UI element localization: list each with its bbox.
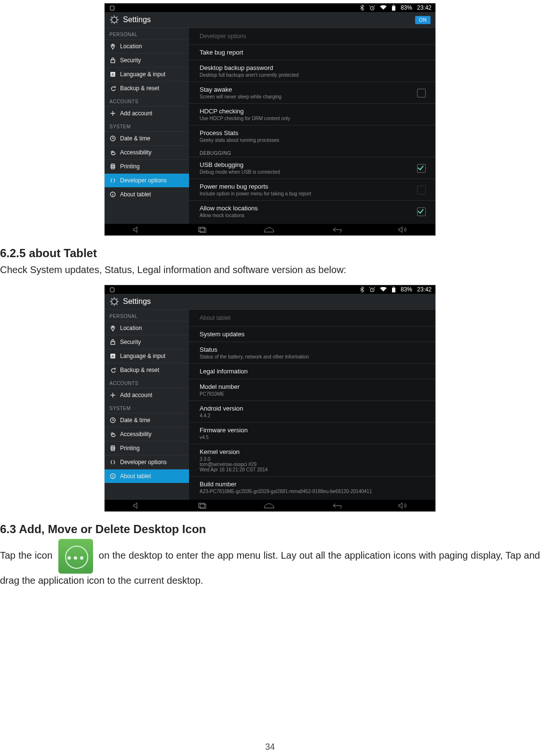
wifi-icon: [380, 287, 387, 292]
home-icon[interactable]: [263, 226, 275, 233]
sidebar-item-security[interactable]: Security: [105, 335, 189, 349]
sidebar-item-location[interactable]: Location: [105, 39, 189, 53]
row-subtitle: Desktop full backups aren't currently pr…: [200, 72, 425, 78]
row-title: Model number: [200, 383, 425, 390]
settings-row[interactable]: Kernel version3.3.0tom@serversw-osspci #…: [189, 444, 435, 476]
settings-row[interactable]: Power menu bug reportsInclude option in …: [189, 179, 435, 200]
checkbox[interactable]: [417, 164, 426, 173]
svg-rect-15: [199, 227, 204, 232]
svg-point-4: [113, 18, 116, 21]
svg-rect-13: [111, 167, 114, 169]
sidebar-item-language-input[interactable]: ALanguage & input: [105, 349, 189, 363]
sidebar-item-label: Location: [120, 325, 142, 331]
status-left-icon: ▢: [109, 286, 115, 293]
svg-point-6: [112, 45, 114, 46]
checkbox[interactable]: [417, 89, 426, 97]
sidebar-item-label: Date & time: [120, 135, 150, 142]
row-subtitle: 4.4.2: [200, 413, 425, 418]
sidebar-item-printing[interactable]: Printing: [105, 159, 189, 173]
svg-rect-24: [111, 342, 115, 344]
svg-rect-12: [111, 164, 114, 165]
title-text: Settings: [123, 297, 151, 306]
sidebar-item-label: Developer options: [120, 459, 167, 466]
bt-icon: [360, 5, 364, 11]
sidebar-item-developer-options[interactable]: Developer options: [105, 455, 189, 469]
sidebar-hdr-accounts: ACCOUNTS: [105, 377, 189, 388]
checkbox[interactable]: [417, 186, 426, 194]
sidebar-item-security[interactable]: Security: [105, 53, 189, 67]
row-title: Android version: [200, 405, 425, 412]
back-icon[interactable]: [330, 226, 343, 233]
sidebar-item-developer-options[interactable]: Developer options: [105, 173, 189, 187]
screenshot-about-tablet: ▢ 83% 23:42 Settings PERSONAL LocationSe…: [104, 285, 436, 512]
grp-debugging: DEBUGGING: [189, 147, 435, 157]
vol-down-icon[interactable]: [132, 226, 143, 233]
sidebar-item-backup-reset[interactable]: Backup & reset: [105, 81, 189, 95]
sidebar-item-language-input[interactable]: ALanguage & input: [105, 67, 189, 81]
sidebar-item-date-time[interactable]: Date & time: [105, 131, 189, 145]
settings-row[interactable]: Allow mock locationsAllow mock locations: [189, 200, 435, 222]
settings-row[interactable]: Firmware versionv4.5: [189, 422, 435, 444]
home-icon[interactable]: [263, 502, 275, 509]
sidebar-item-printing[interactable]: Printing: [105, 441, 189, 455]
back-icon[interactable]: [330, 502, 343, 509]
sidebar-item-about-tablet[interactable]: About tablet: [105, 187, 189, 201]
battery-icon: [392, 5, 396, 11]
settings-row[interactable]: Legal information: [189, 363, 435, 379]
print-icon: [109, 163, 116, 170]
settings-row[interactable]: Process StatsGeeky stats about running p…: [189, 125, 435, 147]
navbar: [105, 224, 435, 235]
settings-row[interactable]: Desktop backup passwordDesktop full back…: [189, 60, 435, 82]
on-toggle[interactable]: ON: [415, 16, 431, 24]
title-text: Settings: [123, 15, 151, 24]
settings-row[interactable]: Android version4.4.2: [189, 400, 435, 422]
backup-icon: [109, 85, 116, 92]
sidebar-item-add-account[interactable]: Add account: [105, 106, 189, 120]
sidebar-item-location[interactable]: Location: [105, 321, 189, 335]
recent-icon[interactable]: [197, 226, 208, 233]
battery-pct: 83%: [401, 4, 412, 11]
status-bar: ▢ 83% 23:42: [105, 3, 435, 12]
row-subtitle: Status of the battery, network and other…: [200, 354, 425, 359]
settings-row[interactable]: USB debuggingDebug mode when USB is conn…: [189, 157, 435, 179]
titlebar: Settings: [105, 294, 435, 310]
pin-icon: [109, 43, 116, 50]
row-subtitle: 3.3.0tom@serversw-osspci #29Wed Apr 16 1…: [200, 456, 425, 472]
row-title: Allow mock locations: [200, 205, 425, 212]
vol-up-icon[interactable]: [397, 226, 408, 233]
vol-up-icon[interactable]: [397, 502, 408, 509]
svg-rect-16: [200, 228, 206, 233]
settings-row[interactable]: Take bug report: [189, 44, 435, 60]
sidebar-item-label: Printing: [120, 163, 140, 170]
sidebar-item-backup-reset[interactable]: Backup & reset: [105, 363, 189, 377]
sidebar-item-about-tablet[interactable]: About tablet: [105, 469, 189, 483]
recent-icon[interactable]: [197, 502, 208, 509]
plus-icon: [109, 110, 116, 117]
settings-row[interactable]: Stay awakeScreen will never sleep while …: [189, 82, 435, 103]
sidebar-item-accessibility[interactable]: Accessibility: [105, 145, 189, 159]
sidebar-item-add-account[interactable]: Add account: [105, 388, 189, 402]
row-subtitle: Debug mode when USB is connected: [200, 169, 425, 175]
checkbox[interactable]: [417, 207, 426, 216]
sidebar-hdr-accounts: ACCOUNTS: [105, 95, 189, 106]
row-title: Desktop backup password: [200, 64, 425, 71]
settings-row[interactable]: HDCP checkingUse HDCP checking for DRM c…: [189, 103, 435, 125]
lang-icon: A: [109, 353, 116, 359]
sidebar-hdr-personal: PERSONAL: [105, 310, 189, 321]
sidebar-item-date-time[interactable]: Date & time: [105, 413, 189, 427]
settings-row[interactable]: Build numberA23-PC7810ME-gc2035-gc0329-g…: [189, 476, 435, 498]
settings-row[interactable]: System updates: [189, 326, 435, 342]
devops-icon: [109, 459, 116, 466]
svg-rect-3: [392, 5, 395, 6]
info-icon: [109, 473, 116, 480]
sidebar-item-accessibility[interactable]: Accessibility: [105, 427, 189, 441]
settings-row[interactable]: Model numberPC7810ME: [189, 379, 435, 400]
sidebar-item-label: Security: [120, 57, 141, 64]
lang-icon: A: [109, 71, 116, 78]
apps-launcher-icon: [58, 539, 93, 574]
svg-rect-32: [199, 503, 204, 508]
vol-down-icon[interactable]: [132, 502, 143, 509]
settings-row[interactable]: StatusStatus of the battery, network and…: [189, 342, 435, 363]
sidebar-item-label: Security: [120, 339, 141, 345]
svg-text:A: A: [111, 354, 114, 358]
